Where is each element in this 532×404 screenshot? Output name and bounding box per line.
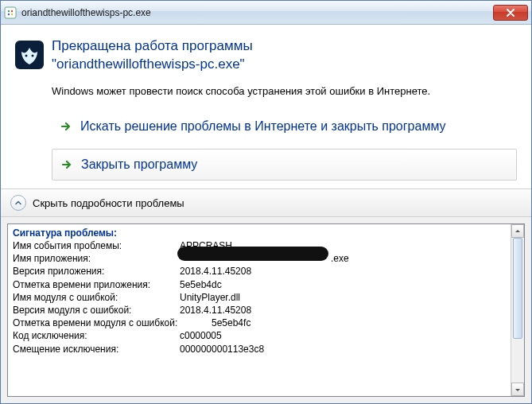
signature-value: 5e5eb4fc bbox=[212, 317, 250, 329]
heading-line1: Прекращена работа программы bbox=[52, 37, 253, 56]
scrollbar-track[interactable] bbox=[511, 238, 524, 383]
signature-key: Версия приложения: bbox=[13, 265, 180, 278]
signature-row: Версия приложения: 2018.4.11.45208 bbox=[13, 265, 519, 278]
signature-row: Код исключения: c0000005 bbox=[13, 329, 519, 342]
signature-value: c0000005 bbox=[180, 329, 222, 342]
signature-value: 2018.4.11.45208 bbox=[180, 265, 251, 278]
heading-line2: "oriandthewillofthewisps-pc.exe" bbox=[52, 56, 253, 74]
svg-point-6 bbox=[25, 55, 28, 57]
svg-point-4 bbox=[11, 13, 13, 14]
signature-key: Имя события проблемы: bbox=[13, 239, 180, 252]
details-toggle[interactable]: Скрыть подробности проблемы bbox=[1, 188, 531, 217]
signature-value: 5e5eb4dc bbox=[180, 278, 222, 291]
content-area: Прекращена работа программы "oriandthewi… bbox=[1, 25, 531, 188]
signature-value: 2018.4.11.45208 bbox=[180, 304, 251, 317]
signature-row: Имя модуля с ошибкой: UnityPlayer.dll bbox=[13, 291, 519, 304]
redaction-bar bbox=[177, 247, 328, 261]
signature-row: Отметка времени приложения: 5e5eb4dc bbox=[13, 278, 519, 291]
problem-signature-box: Сигнатура проблемы: Имя события проблемы… bbox=[7, 223, 525, 397]
arrow-right-icon bbox=[60, 120, 72, 133]
app-icon bbox=[15, 41, 44, 69]
signature-key: Смещение исключения: bbox=[13, 343, 180, 355]
signature-row: Смещение исключения: 000000000113e3c8 bbox=[13, 343, 519, 355]
signature-key: Отметка времени модуля с ошибкой: bbox=[13, 317, 212, 329]
chevron-up-icon bbox=[10, 195, 26, 211]
signature-row: Отметка времени модуля с ошибкой: 5e5eb4… bbox=[13, 317, 519, 329]
details-panel: Сигнатура проблемы: Имя события проблемы… bbox=[1, 217, 531, 403]
svg-point-3 bbox=[8, 13, 10, 14]
scrollbar-thumb[interactable] bbox=[513, 238, 522, 339]
titlebar-title: oriandthewillofthewisps-pc.exe bbox=[21, 7, 493, 18]
signature-heading: Сигнатура проблемы: bbox=[13, 227, 519, 239]
error-dialog: oriandthewillofthewisps-pc.exe Прекращен… bbox=[0, 0, 532, 404]
arrow-right-icon bbox=[60, 158, 73, 171]
app-small-icon bbox=[4, 6, 17, 19]
close-button[interactable] bbox=[493, 5, 528, 21]
scrollbar-down-button[interactable] bbox=[511, 383, 524, 396]
scrollbar-up-button[interactable] bbox=[511, 224, 524, 238]
svg-point-2 bbox=[11, 10, 13, 11]
signature-key: Код исключения: bbox=[13, 329, 180, 342]
option-search-label: Искать решение проблемы в Интернете и за… bbox=[80, 118, 446, 135]
signature-key: Имя модуля с ошибкой: bbox=[13, 291, 180, 304]
option-search-online[interactable]: Искать решение проблемы в Интернете и за… bbox=[52, 111, 517, 142]
signature-value: UnityPlayer.dll bbox=[180, 291, 240, 304]
option-close-program[interactable]: Закрыть программу bbox=[52, 149, 517, 181]
svg-point-7 bbox=[32, 55, 34, 57]
signature-value: 000000000113e3c8 bbox=[180, 343, 264, 355]
svg-point-1 bbox=[8, 10, 10, 11]
signature-key: Отметка времени приложения: bbox=[13, 278, 180, 291]
svg-rect-0 bbox=[5, 7, 16, 18]
titlebar[interactable]: oriandthewillofthewisps-pc.exe bbox=[1, 1, 531, 25]
signature-key: Имя приложения: bbox=[13, 252, 180, 265]
details-toggle-label: Скрыть подробности проблемы bbox=[33, 197, 184, 209]
dialog-subtext: Windows может провести поиск способа уст… bbox=[52, 85, 517, 97]
dialog-heading: Прекращена работа программы "oriandthewi… bbox=[52, 37, 253, 74]
scrollbar-vertical[interactable] bbox=[511, 224, 524, 396]
option-close-label: Закрыть программу bbox=[81, 156, 197, 173]
signature-key: Версия модуля с ошибкой: bbox=[13, 304, 180, 317]
signature-row: Версия модуля с ошибкой: 2018.4.11.45208 bbox=[13, 304, 519, 317]
